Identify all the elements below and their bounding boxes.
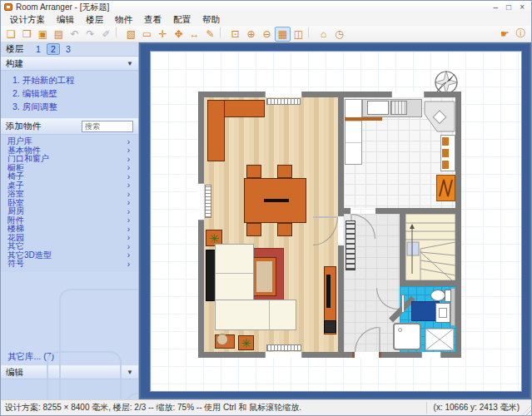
corner-cabinet[interactable] [424,101,455,132]
menu-item[interactable]: 查看 [138,13,167,27]
print-button[interactable]: ▤ [51,27,67,42]
zoom-fit-button[interactable]: ⊡ [227,27,243,42]
stove-cabinet[interactable] [436,175,455,201]
collapse-arrow-icon[interactable]: ▼ [127,60,133,67]
door-jamb [352,352,355,358]
undo-button[interactable]: ↶ [67,27,82,42]
maximize-button[interactable]: □ [506,2,511,12]
menu-item[interactable]: 物件 [109,13,138,27]
zoom-out-button[interactable]: ⊖ [259,27,275,42]
radiator-left[interactable] [205,185,211,218]
new-file-button[interactable]: ❑ [3,27,19,42]
wall-living-divider-lower [338,245,344,352]
living-door-leaf[interactable] [313,216,338,218]
format-brush-button[interactable]: ✐ [98,27,114,42]
plan-page[interactable]: ✳ ✳ [150,51,522,392]
chevron-right-icon: › [127,146,130,155]
build-step-link[interactable]: 2. 编辑墙壁 [1,87,138,101]
status-text: 设计方案: 8255 × 8400 毫米, 楼层: 2/3 -- 缩放: 75%… [1,402,426,414]
chevron-right-icon: › [127,172,130,181]
window-bottom-living[interactable] [265,352,302,358]
dining-chair[interactable] [277,165,292,178]
kitchen-sink[interactable] [367,101,389,115]
coffee-table[interactable] [253,258,276,295]
menu-item[interactable]: 编辑 [51,13,80,27]
build-steps: 1. 开始新的工程2. 编辑墙壁3. 房间调整 [1,71,138,118]
build-section-header[interactable]: 构建 ▼ [1,57,138,71]
redo-button[interactable]: ↷ [82,27,98,42]
radiator-bottom[interactable] [266,344,301,351]
ruler-tool-button[interactable]: ▭ [139,27,155,42]
floor-tab[interactable]: 3 [62,43,75,55]
shower-tray[interactable] [393,323,421,350]
measure-tool-button[interactable]: ↔ [186,27,202,42]
potted-plant[interactable]: ✳ [238,335,254,350]
move-tool-button[interactable]: ✛ [155,27,171,42]
select-tool-button[interactable]: ▧ [123,27,139,42]
cursor-coordinates: (x: 10666 y: 2413 毫米) [426,402,531,414]
menu-item[interactable]: 配置 [167,13,196,27]
save-button[interactable]: ▣ [35,27,51,42]
menu-item[interactable]: 设计方案 [4,13,51,27]
category-item[interactable]: 符号› [1,260,138,269]
info-button[interactable]: ⓘ [513,27,529,42]
hall-shelf[interactable] [346,220,355,270]
walkthrough-button[interactable]: ⌂ [316,27,331,42]
dish-rack[interactable] [390,101,407,115]
corner-sofa-orange-side[interactable] [207,100,225,161]
bathroom-sink[interactable] [435,303,450,323]
staircase[interactable] [405,214,455,280]
app-icon [4,3,12,11]
status-bar: 设计方案: 8255 × 8400 毫米, 楼层: 2/3 -- 缩放: 75%… [1,399,531,415]
build-step-link[interactable]: 3. 房间调整 [1,101,138,114]
tv[interactable] [326,275,331,308]
chevron-right-icon: › [127,190,130,199]
pan-tool-button[interactable]: ✥ [171,27,186,42]
quick-render-button[interactable]: ◷ [331,27,347,42]
floor-selector: 楼层 123 [1,42,138,57]
menu-item[interactable]: 帮助 [196,13,226,27]
minimize-button[interactable]: – [494,2,499,12]
window-left-living[interactable] [198,183,204,220]
kitchen-tall-cabinets[interactable] [345,99,362,165]
close-button[interactable]: × [520,2,525,12]
chevron-right-icon: › [127,215,130,225]
drawing-canvas[interactable]: ✳ ✳ [139,42,531,399]
chevron-right-icon: › [127,250,130,260]
dining-chair[interactable] [277,223,292,236]
toilet-tank[interactable] [445,290,451,302]
chevron-right-icon: › [127,155,130,164]
objects-3d-button[interactable]: ◫ [291,27,306,42]
corner-sofa-cream-bottom[interactable] [215,300,296,330]
toilet-bowl[interactable] [430,290,445,301]
view-3d-button[interactable]: ▦ [275,27,291,42]
dining-chair[interactable] [246,165,261,178]
window-top-kitchen[interactable] [391,92,425,97]
add-objects-header: 添加物件 [1,118,138,135]
open-file-button[interactable]: ❒ [19,27,35,42]
floor-tab[interactable]: 1 [32,43,45,55]
wall-stairs-hall [400,214,405,280]
toolbar: ❑❒▣▤↶↷✐▧▭✛✥↔✎⊡⊕⊖▦◫⌂◷ ☛ⓘ [1,26,531,42]
window-bottom-bathroom[interactable] [421,352,441,358]
build-step-link[interactable]: 1. 开始新的工程 [1,74,138,87]
sidebar: 楼层 123 构建 ▼ 1. 开始新的工程2. 编辑墙壁3. 房间调整 添加物件… [1,42,139,399]
wall-living-divider-upper [338,97,344,216]
zoom-in-button[interactable]: ⊕ [243,27,259,42]
search-input[interactable] [82,121,133,132]
dining-chair[interactable] [246,223,261,236]
window-top-living[interactable] [265,92,302,97]
ottoman[interactable] [216,334,228,345]
menu-item[interactable]: 楼层 [80,13,109,27]
shower-cabin[interactable] [425,328,455,351]
radiator-top[interactable] [266,98,301,105]
hand-pointer-button[interactable]: ☛ [497,27,513,42]
fireplace[interactable] [324,320,336,333]
front-door-leaf[interactable] [379,327,380,352]
floor-plan[interactable]: ✳ ✳ [198,92,461,358]
chevron-right-icon: › [127,181,130,190]
dining-table[interactable] [244,178,306,223]
kitchen-wall-cabinets[interactable] [440,135,455,171]
floor-tab[interactable]: 2 [47,43,60,55]
draw-walls-button[interactable]: ✎ [202,27,218,42]
